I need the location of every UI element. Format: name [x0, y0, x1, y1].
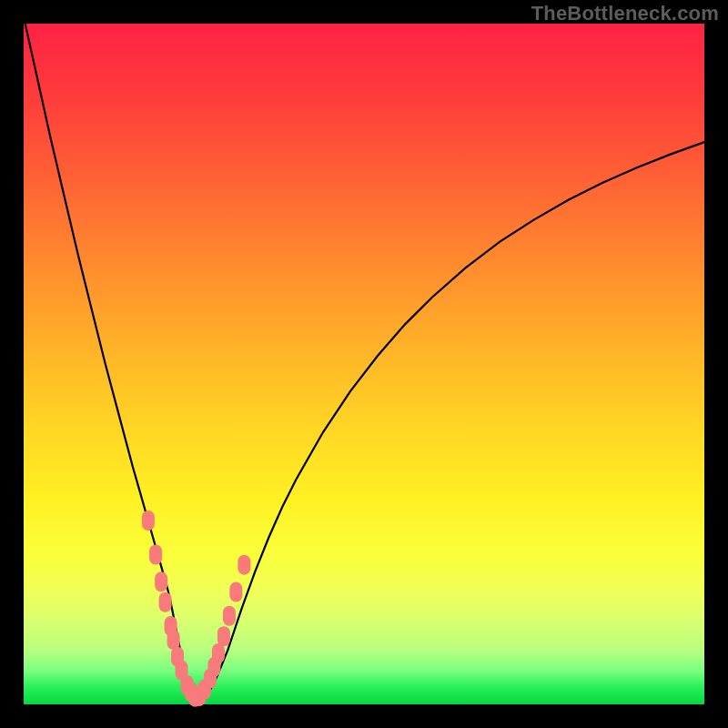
chart-overlay — [24, 24, 704, 704]
marker-point — [155, 571, 167, 592]
bottleneck-curve — [24, 17, 704, 698]
watermark-text: TheBottleneck.com — [531, 2, 719, 25]
marker-group — [142, 511, 250, 707]
chart-frame: TheBottleneck.com — [0, 0, 728, 728]
marker-point — [217, 626, 230, 646]
marker-point — [229, 582, 242, 602]
marker-point — [149, 544, 162, 564]
marker-point — [159, 592, 172, 612]
marker-point — [238, 555, 250, 575]
marker-point — [212, 643, 225, 663]
marker-point — [223, 606, 236, 626]
marker-point — [142, 511, 155, 531]
marker-point — [167, 630, 180, 650]
